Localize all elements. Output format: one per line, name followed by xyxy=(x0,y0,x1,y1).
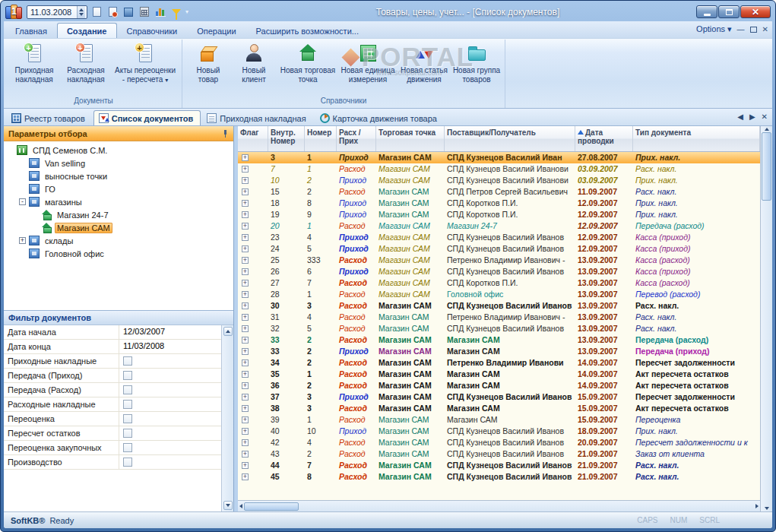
column-header-supplier[interactable]: Поставщик/Получатель xyxy=(445,126,575,151)
selection-panel-header[interactable]: Параметры отбора xyxy=(4,126,233,141)
expand-icon[interactable]: + xyxy=(19,237,26,244)
expand-plus-icon[interactable]: + xyxy=(242,268,249,275)
ribbon-tab-rasshirit[interactable]: Расширить возможности... xyxy=(246,23,369,38)
ribbon-tab-sozdanie[interactable]: Создание xyxy=(57,23,117,38)
grid-row[interactable]: +391РасходМагазин САММагазин САМ15.09.20… xyxy=(238,414,760,426)
tab-registry[interactable]: Реестр товаров xyxy=(6,110,93,125)
journal-button[interactable] xyxy=(106,5,119,19)
tree-item-magazin-24-7[interactable]: Магазин 24-7 xyxy=(4,208,233,221)
grid-row[interactable]: +303РасходМагазин САМСПД Кузнецов Васили… xyxy=(238,300,760,312)
grid-row[interactable]: +188ПриходМагазин САМСПД Коротков П.И.12… xyxy=(238,198,760,209)
options-menu[interactable]: Options ▾ xyxy=(696,24,732,34)
expand-plus-icon[interactable]: + xyxy=(242,325,249,332)
grid-row[interactable]: +277РасходМагазин САМСПД Коротков П.И.13… xyxy=(238,277,760,289)
grid-row[interactable]: +25333РасходМагазин САМПетренко Владимир… xyxy=(238,255,760,266)
tree-item-magazin-sam[interactable]: Магазин САМ xyxy=(4,221,233,234)
mdi-close-button[interactable]: ✕ xyxy=(762,26,768,33)
mdi-restore-button[interactable] xyxy=(750,27,757,33)
minimize-button[interactable] xyxy=(696,5,717,18)
expand-plus-icon[interactable]: + xyxy=(242,154,249,161)
expand-plus-icon[interactable]: + xyxy=(242,245,249,252)
collapse-icon[interactable]: - xyxy=(19,198,26,205)
pin-icon[interactable] xyxy=(222,130,229,137)
calculator-button[interactable] xyxy=(138,5,151,19)
expand-plus-icon[interactable]: + xyxy=(242,257,249,264)
tab-document-list[interactable]: Список документов xyxy=(93,110,201,125)
grid-row[interactable]: +234ПриходМагазин САМСПД Кузнецов Васили… xyxy=(238,232,760,243)
expand-plus-icon[interactable]: + xyxy=(242,291,249,298)
new-movement-button[interactable]: Новая статья движения xyxy=(397,40,451,86)
checkbox[interactable] xyxy=(123,385,132,394)
filter-panel-header[interactable]: Фильтр документов xyxy=(4,310,233,325)
incoming-invoice-button[interactable]: + Приходная накладная xyxy=(8,40,60,86)
grid-row[interactable]: +362РасходМагазин САММагазин САМ14.09.20… xyxy=(238,380,760,391)
new-product-button[interactable]: Новый товар xyxy=(185,40,231,86)
tab-movement-card[interactable]: Карточка движения товара xyxy=(315,110,445,125)
grid-row[interactable]: +281РасходМагазин САМГоловной офис13.09.… xyxy=(238,289,760,300)
expand-plus-icon[interactable]: + xyxy=(242,200,249,207)
revaluation-acts-button[interactable]: + Акты переоценки - пересчета ▾ xyxy=(112,40,179,87)
tab-scroll-right-icon[interactable]: ▶ xyxy=(749,112,755,121)
list-button[interactable] xyxy=(122,5,135,19)
grid-row[interactable]: +4010ПриходМагазин САМСПД Кузнецов Васил… xyxy=(238,426,760,437)
expand-plus-icon[interactable]: + xyxy=(242,188,249,195)
checkbox[interactable] xyxy=(123,400,132,409)
grid-row[interactable]: +266ПриходМагазин САМСПД Кузнецов Васили… xyxy=(238,266,760,277)
scroll-down-icon[interactable] xyxy=(223,501,233,510)
new-client-button[interactable]: Новый клиент xyxy=(231,40,277,86)
filter-value[interactable] xyxy=(119,383,221,397)
expand-plus-icon[interactable]: + xyxy=(242,280,249,287)
filter-value[interactable] xyxy=(119,441,221,454)
filter-value[interactable] xyxy=(119,354,221,368)
expand-plus-icon[interactable]: + xyxy=(242,223,249,230)
filter-button[interactable] xyxy=(169,5,183,19)
checkbox[interactable] xyxy=(123,371,132,380)
new-document-button[interactable] xyxy=(90,5,103,19)
filter-value[interactable] xyxy=(119,426,221,440)
expand-plus-icon[interactable]: + xyxy=(242,211,249,218)
column-header-flag[interactable]: Флаг xyxy=(238,126,268,151)
grid-row[interactable]: +332РасходМагазин САММагазин САМ13.09.20… xyxy=(238,334,760,346)
tree-item-vynosnye-tochki[interactable]: выносные точки xyxy=(4,169,233,182)
grid-row[interactable]: +31ПриходМагазин САМСПД Кузнецов Василий… xyxy=(238,152,760,163)
column-header-doc-type[interactable]: Тип документа xyxy=(633,126,760,151)
tree-item-sklady[interactable]: +склады xyxy=(4,234,233,247)
tree-item-golovnoy-ofis[interactable]: Головной офис xyxy=(4,247,233,260)
expand-plus-icon[interactable]: + xyxy=(242,451,249,458)
column-header-direction[interactable]: Расх / Прих xyxy=(337,126,376,151)
checkbox[interactable] xyxy=(123,429,132,438)
ribbon-tab-spravochniki[interactable]: Справочники xyxy=(117,23,188,38)
expand-plus-icon[interactable]: + xyxy=(242,302,249,309)
grid-row[interactable]: +383РасходМагазин САММагазин САМ15.09.20… xyxy=(238,403,760,414)
qat-customize-chevron-icon[interactable]: ▾ xyxy=(185,8,188,15)
expand-plus-icon[interactable]: + xyxy=(242,314,249,321)
grid-row[interactable]: +458РасходМагазин САМСПД Кузнецов Васили… xyxy=(238,471,760,483)
scroll-up-icon[interactable] xyxy=(765,128,769,131)
expand-plus-icon[interactable]: + xyxy=(242,416,249,423)
scroll-left-icon[interactable] xyxy=(239,504,242,508)
expand-plus-icon[interactable]: + xyxy=(242,234,249,241)
tree-item-van-selling[interactable]: Van selling xyxy=(4,157,233,169)
ribbon-tab-operacii[interactable]: Операции xyxy=(187,23,245,38)
date-spinner[interactable] xyxy=(77,6,85,18)
grid-row[interactable]: +373ПриходМагазин САМСПД Кузнецов Васили… xyxy=(238,391,760,403)
filter-value[interactable]: 11/03/2008 xyxy=(119,340,221,353)
expand-plus-icon[interactable]: + xyxy=(242,439,249,446)
grid-row[interactable]: +71РасходМагазин САМСПД Кузнецов Василий… xyxy=(238,163,760,175)
horizontal-scrollbar[interactable] xyxy=(238,500,760,511)
filter-value[interactable] xyxy=(119,412,221,426)
expand-plus-icon[interactable]: + xyxy=(242,473,249,480)
scroll-right-icon[interactable] xyxy=(755,504,759,508)
chart-button[interactable] xyxy=(154,5,167,19)
expand-plus-icon[interactable]: + xyxy=(242,177,249,184)
column-header-internal-number[interactable]: Внутр. Номер xyxy=(268,126,305,151)
filter-value[interactable]: 12/03/2007 xyxy=(119,325,221,339)
scroll-down-icon[interactable] xyxy=(765,507,769,510)
grid-row[interactable]: +432РасходМагазин САМСПД Кузнецов Васили… xyxy=(238,448,760,460)
grid-row[interactable]: +447РасходМагазин САМСПД Кузнецов Васили… xyxy=(238,460,760,471)
ribbon-tab-glavnaya[interactable]: Главная xyxy=(5,23,57,38)
column-header-number[interactable]: Номер xyxy=(305,126,337,151)
tree-item-spd-semenov[interactable]: СПД Семенов С.М. xyxy=(4,144,233,157)
horizontal-scroll-thumb[interactable] xyxy=(244,502,299,511)
mdi-minimize-button[interactable]: — xyxy=(737,26,745,33)
